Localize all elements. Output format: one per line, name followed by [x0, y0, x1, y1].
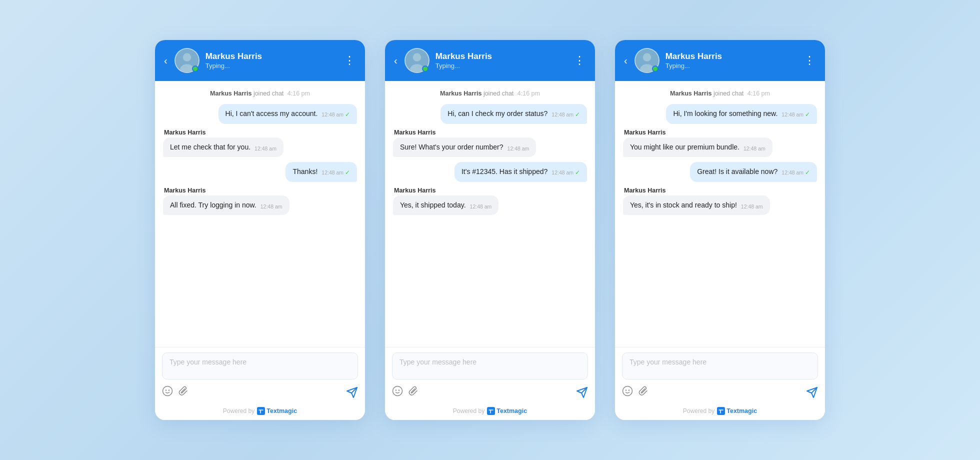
brand-name: Textmagic	[496, 408, 527, 414]
join-time: 4:16 pm	[516, 90, 540, 97]
contact-name: Markus Harris	[436, 52, 568, 62]
check-icon: ✓	[575, 111, 580, 118]
message-meta: 12:48 am	[741, 203, 763, 210]
avatar	[404, 48, 430, 73]
svg-point-19	[628, 390, 630, 390]
message-bubble: Yes, it's in stock and ready to ship!12:…	[623, 196, 770, 216]
svg-rect-6	[258, 408, 264, 414]
back-button[interactable]: ‹	[164, 55, 168, 66]
message-input[interactable]	[392, 352, 588, 380]
message-sender: Markus Harris	[624, 187, 666, 194]
join-action: joined chat	[484, 90, 514, 97]
online-indicator	[422, 66, 428, 72]
footer: Powered byTextmagic	[385, 403, 595, 420]
more-options-button[interactable]: ⋮	[344, 55, 356, 66]
message-text: Yes, it's in stock and ready to ship!	[630, 201, 737, 209]
avatar	[174, 48, 200, 73]
message-text: Hi, I'm looking for something new.	[673, 110, 778, 118]
emoji-button[interactable]	[392, 386, 403, 399]
message-sender: Markus Harris	[624, 129, 666, 136]
powered-by-text: Powered by	[223, 408, 254, 414]
message-sender: Markus Harris	[394, 129, 436, 136]
check-icon: ✓	[345, 169, 350, 176]
message-text: Thanks!	[292, 168, 318, 176]
join-name: Markus Harris	[210, 90, 252, 97]
powered-by-text: Powered by	[683, 408, 714, 414]
message-sender: Markus Harris	[394, 187, 436, 194]
message-row: Great! Is it available now?12:48 am ✓	[623, 162, 817, 182]
more-options-button[interactable]: ⋮	[574, 55, 586, 66]
input-actions	[162, 386, 358, 399]
message-meta: 12:48 am	[254, 145, 276, 152]
header-info: Markus HarrisTyping...	[666, 52, 798, 70]
message-bubble: Thanks!12:48 am ✓	[286, 162, 357, 182]
emoji-button[interactable]	[162, 386, 173, 399]
message-meta: 12:48 am ✓	[782, 110, 810, 119]
powered-by-text: Powered by	[453, 408, 484, 414]
send-button[interactable]	[346, 386, 358, 398]
emoji-button[interactable]	[622, 386, 633, 399]
back-button[interactable]: ‹	[624, 55, 628, 66]
join-time: 4:16 pm	[746, 90, 770, 97]
attach-button[interactable]	[408, 386, 419, 399]
online-indicator	[192, 66, 198, 72]
header-info: Markus HarrisTyping...	[206, 52, 338, 70]
message-row: Markus HarrisYou might like our premium …	[623, 129, 817, 158]
message-meta: 12:48 am ✓	[322, 168, 350, 177]
message-bubble: Great! Is it available now?12:48 am ✓	[690, 162, 817, 182]
chat-header: ‹ Markus HarrisTyping...⋮	[615, 40, 825, 81]
attach-button[interactable]	[638, 386, 649, 399]
svg-point-3	[163, 386, 172, 396]
svg-point-8	[412, 53, 421, 62]
svg-point-18	[626, 390, 626, 390]
svg-point-12	[398, 390, 400, 390]
message-input[interactable]	[162, 352, 358, 380]
message-bubble: Hi, can I check my order status?12:48 am…	[440, 104, 587, 124]
svg-point-1	[182, 53, 191, 62]
join-notice: Markus Harris joined chat 4:16 pm	[163, 90, 357, 97]
message-text: Sure! What's your order number?	[400, 143, 504, 151]
textmagic-icon	[257, 407, 265, 415]
message-text: Yes, it shipped today.	[400, 201, 466, 209]
join-time: 4:16 pm	[286, 90, 310, 97]
svg-point-10	[393, 386, 402, 396]
chat-body: Markus Harris joined chat 4:16 pmHi, I c…	[155, 81, 365, 347]
join-notice: Markus Harris joined chat 4:16 pm	[623, 90, 817, 97]
message-bubble: Hi, I'm looking for something new.12:48 …	[666, 104, 817, 124]
textmagic-icon	[487, 407, 495, 415]
chat-card-card-1: ‹ Markus HarrisTyping...⋮Markus Harris j…	[155, 40, 365, 420]
brand-logo: Textmagic	[257, 407, 297, 415]
message-row: Markus HarrisSure! What's your order num…	[393, 129, 587, 158]
header-info: Markus HarrisTyping...	[436, 52, 568, 70]
send-button[interactable]	[576, 386, 588, 398]
message-meta: 12:48 am	[744, 145, 766, 152]
send-button[interactable]	[806, 386, 818, 398]
message-row: Markus HarrisLet me check that for you.1…	[163, 129, 357, 158]
message-bubble: All fixed. Try logging in now.12:48 am	[163, 196, 290, 216]
message-meta: 12:48 am	[260, 203, 282, 210]
message-row: Hi, can I check my order status?12:48 am…	[393, 104, 587, 124]
input-actions	[392, 386, 588, 399]
footer: Powered byTextmagic	[155, 403, 365, 420]
message-input[interactable]	[622, 352, 818, 380]
chat-body: Markus Harris joined chat 4:16 pmHi, I'm…	[615, 81, 825, 347]
back-button[interactable]: ‹	[394, 55, 398, 66]
chat-cards-container: ‹ Markus HarrisTyping...⋮Markus Harris j…	[155, 40, 825, 420]
contact-status: Typing...	[206, 62, 338, 70]
message-bubble: Let me check that for you.12:48 am	[163, 138, 284, 158]
message-text: Hi, I can't access my account.	[226, 110, 318, 118]
message-text: You might like our premium bundle.	[630, 143, 740, 151]
message-text: All fixed. Try logging in now.	[170, 201, 256, 209]
message-bubble: You might like our premium bundle.12:48 …	[623, 138, 772, 158]
join-notice: Markus Harris joined chat 4:16 pm	[393, 90, 587, 97]
chat-body: Markus Harris joined chat 4:16 pmHi, can…	[385, 81, 595, 347]
message-row: Markus HarrisYes, it's in stock and read…	[623, 187, 817, 216]
chat-card-card-3: ‹ Markus HarrisTyping...⋮Markus Harris j…	[615, 40, 825, 420]
attach-button[interactable]	[178, 386, 189, 399]
chat-header: ‹ Markus HarrisTyping...⋮	[385, 40, 595, 81]
more-options-button[interactable]: ⋮	[804, 55, 816, 66]
chat-input-area	[155, 347, 365, 403]
contact-name: Markus Harris	[206, 52, 338, 62]
message-meta: 12:48 am ✓	[782, 168, 810, 177]
message-sender: Markus Harris	[164, 187, 206, 194]
